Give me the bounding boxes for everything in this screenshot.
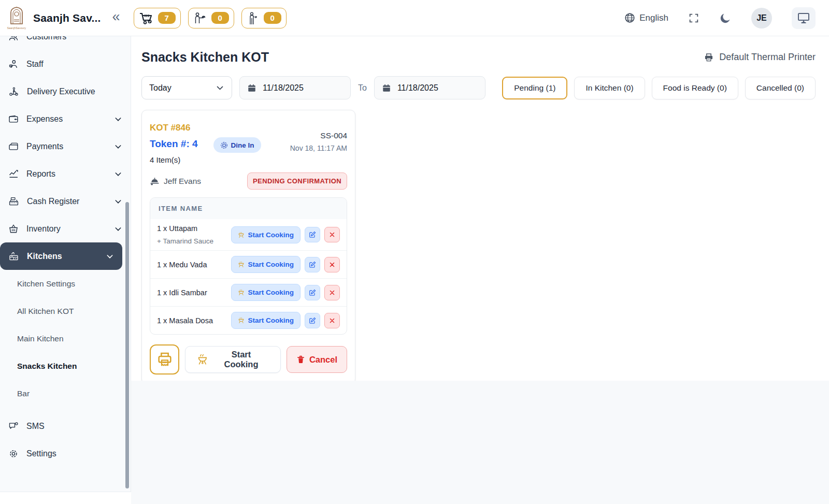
items-count: 4 Item(s) (150, 155, 198, 164)
edit-item-button[interactable] (305, 257, 320, 272)
token-number: Token #: 4 (150, 138, 198, 150)
logo-emblem-icon (8, 6, 25, 26)
sidebar-item-payments[interactable]: Payments (0, 133, 131, 160)
sidebar-subitem-label: All Kitchen KOT (17, 307, 74, 316)
printer-icon (704, 52, 714, 63)
sidebar-section-gap (0, 407, 131, 412)
page-title: Snacks Kitchen KOT (141, 50, 269, 65)
cloche-icon (150, 177, 160, 185)
grill-icon (238, 317, 245, 324)
status-tabs: Pending (1) In Kitchen (0) Food is Ready… (502, 77, 816, 99)
app-title: Saanjh Sav... (33, 12, 101, 24)
settings-gear-icon (8, 449, 19, 459)
tab-cancelled[interactable]: Cancelled (0) (745, 77, 816, 99)
edit-pencil-icon (309, 289, 316, 296)
item-addon: + Tamarind Sauce (157, 237, 213, 245)
sidebar-subitem-bar[interactable]: Bar (0, 380, 131, 407)
sidebar-subitem-all-kitchen-kot[interactable]: All Kitchen KOT (0, 297, 131, 325)
expenses-wallet-icon (8, 114, 19, 124)
grill-icon (197, 354, 208, 365)
sidebar-item-label: Reports (26, 169, 55, 179)
kot-card-headings: KOT #846 Token #: 4 4 Item(s) (150, 119, 198, 164)
start-cooking-item-button[interactable]: Start Cooking (231, 226, 301, 243)
sidebar-item-settings[interactable]: Settings (0, 440, 131, 467)
sidebar-item-label: Delivery Executive (27, 87, 95, 96)
sidebar-subitem-main-kitchen[interactable]: Main Kitchen (0, 325, 131, 352)
language-selector[interactable]: English (624, 12, 668, 23)
start-cooking-item-label: Start Cooking (248, 261, 294, 268)
fullscreen-button[interactable] (688, 12, 699, 24)
sidebar-item-staff[interactable]: Staff (0, 50, 131, 78)
remove-item-button[interactable] (324, 227, 340, 242)
cancel-kot-button[interactable]: Cancel (287, 346, 347, 373)
start-cooking-all-button[interactable]: Start Cooking (185, 346, 281, 373)
app-logo: SaanjhSavoury (6, 6, 27, 30)
order-type-badge: Dine In (213, 137, 261, 153)
start-cooking-item-label: Start Cooking (248, 231, 294, 239)
sidebar-item-cash-register[interactable]: Cash Register (0, 188, 131, 215)
sidebar-subitem-snacks-kitchen[interactable]: Snacks Kitchen (0, 352, 131, 380)
default-printer-label: Default Thermal Printer (719, 52, 816, 63)
tab-pending[interactable]: Pending (1) (502, 77, 567, 99)
top-bar: SaanjhSavoury Saanjh Sav... « 7 0 (0, 0, 829, 36)
cart-count: 7 (158, 12, 176, 24)
tab-in-kitchen[interactable]: In Kitchen (0) (574, 77, 645, 99)
sidebar-item-expenses[interactable]: Expenses (0, 105, 131, 133)
date-from-input[interactable]: 11/18/2025 (239, 76, 351, 99)
waiter-standing-icon (247, 11, 259, 25)
grill-icon (238, 261, 245, 268)
item-name: 1 x Idli Sambar (157, 289, 207, 297)
customers-icon (8, 36, 19, 42)
close-icon (329, 232, 335, 238)
staff-icon (8, 59, 19, 69)
printer-icon (156, 351, 173, 368)
sidebar-item-kitchens[interactable]: Kitchens (0, 242, 122, 270)
chevron-down-icon (106, 252, 114, 261)
waiter-standing-count: 0 (264, 12, 281, 24)
remove-item-button[interactable] (324, 257, 340, 272)
sidebar-subitem-kitchen-settings[interactable]: Kitchen Settings (0, 270, 131, 297)
server-info: Jeff Evans (150, 177, 201, 186)
sms-icon (8, 421, 19, 431)
start-cooking-item-button[interactable]: Start Cooking (231, 284, 301, 301)
sidebar-subitem-label: Kitchen Settings (17, 279, 75, 289)
status-badge: PENDING CONFIRMATION (247, 172, 347, 190)
tab-food-is-ready[interactable]: Food is Ready (0) (652, 77, 738, 99)
close-icon (329, 290, 335, 296)
cart-badge-button[interactable]: 7 (134, 8, 181, 28)
chevron-down-icon (114, 170, 122, 178)
top-right-controls: English JE (624, 7, 816, 29)
date-to-input[interactable]: 11/18/2025 (374, 76, 485, 99)
table-row: 1 x Uttapam + Tamarind Sauce Start Cooki… (150, 219, 347, 250)
sidebar-nav: Customers Staff Delivery Executive (0, 36, 131, 467)
sidebar-item-customers[interactable]: Customers (0, 36, 131, 50)
kitchens-icon (8, 251, 19, 262)
display-mode-button[interactable] (792, 7, 816, 29)
user-avatar[interactable]: JE (751, 8, 772, 28)
grill-icon (238, 289, 245, 296)
item-name: 1 x Uttapam (157, 224, 213, 233)
sidebar-item-label: Expenses (26, 114, 63, 124)
date-range-select[interactable]: Today (141, 76, 232, 99)
start-cooking-item-button[interactable]: Start Cooking (231, 312, 301, 329)
date-from-value: 11/18/2025 (263, 83, 304, 93)
start-cooking-item-button[interactable]: Start Cooking (231, 256, 301, 273)
sidebar-item-inventory[interactable]: Inventory (0, 215, 131, 242)
sidebar-collapse-button[interactable]: « (112, 10, 120, 26)
chevron-down-icon (114, 115, 122, 123)
remove-item-button[interactable] (324, 285, 340, 300)
sidebar-item-sms[interactable]: SMS (0, 412, 131, 440)
edit-item-button[interactable] (305, 227, 320, 242)
dark-mode-toggle[interactable] (719, 12, 732, 24)
header-badges: 7 0 0 (134, 8, 287, 28)
edit-item-button[interactable] (305, 285, 320, 300)
sidebar-item-delivery-executive[interactable]: Delivery Executive (0, 78, 131, 105)
waiter-standing-badge-button[interactable]: 0 (241, 8, 287, 28)
default-printer-selector[interactable]: Default Thermal Printer (704, 52, 816, 63)
edit-item-button[interactable] (305, 313, 320, 328)
print-kot-button[interactable] (150, 344, 179, 375)
remove-item-button[interactable] (324, 313, 340, 328)
waiter-serving-badge-button[interactable]: 0 (188, 8, 234, 28)
sidebar-item-reports[interactable]: Reports (0, 160, 131, 188)
sidebar-scrollbar[interactable] (125, 202, 129, 488)
